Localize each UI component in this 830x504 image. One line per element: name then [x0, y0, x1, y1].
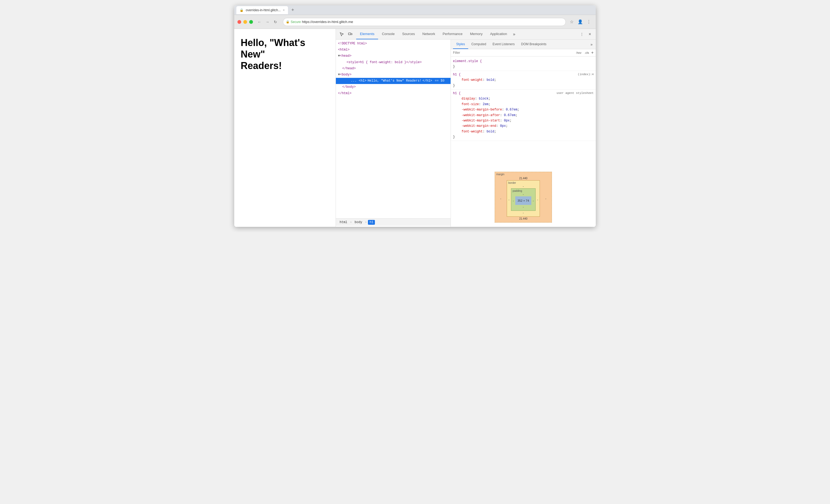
breadcrumb-separator: › — [365, 220, 367, 224]
devtools-panel: Elements Console Sources Network Perform… — [336, 29, 596, 227]
tab-title: overrides-in-html.glitch... — [246, 8, 281, 12]
h1-content: Hello, "What's New" Readers! — [368, 78, 421, 84]
box-model-diagram: margin 21.440 - border - - — [495, 172, 552, 223]
devtools-more-icon[interactable]: ⋮ — [578, 31, 585, 38]
doctype-tag: <!DOCTYPE html> — [338, 42, 367, 45]
minimize-button[interactable] — [243, 20, 247, 24]
dom-line[interactable]: ▼<head> — [336, 53, 451, 59]
html-open-tag: <html> — [338, 48, 350, 52]
filter-hov-button[interactable]: :hov — [575, 51, 582, 55]
dom-panel: <!DOCTYPE html> <html> ▼<head> <style>h1… — [336, 40, 451, 227]
dom-selected-line[interactable]: ... <h1>Hello, "What's New" Readers!</h1… — [336, 78, 451, 84]
css-rules: element.style { } h1 { (index):4 — [451, 57, 596, 167]
user-icon[interactable]: 👤 — [576, 18, 584, 26]
dom-line: <!DOCTYPE html> — [336, 41, 451, 47]
css-closing-line: } — [453, 134, 594, 139]
css-prop: font-size: 2em; — [453, 102, 490, 107]
css-prop: -webkit-margin-before: 0.67em; — [453, 107, 519, 113]
navigation-bar: ← → ↻ 🔒 Secure https://overrides-in-html… — [234, 15, 596, 29]
devtools-close-icon[interactable]: × — [586, 31, 594, 38]
url-display[interactable]: https://overrides-in-html.glitch.me — [302, 20, 563, 24]
css-prop: -webkit-margin-end: 0px; — [453, 123, 508, 129]
filter-cls-button[interactable]: .cls — [583, 51, 590, 55]
h1-agent-rule: h1 { user agent stylesheet display: bloc… — [451, 90, 596, 141]
add-style-rule-button[interactable]: + — [591, 50, 594, 55]
tab-application[interactable]: Application — [486, 29, 511, 39]
dom-line[interactable]: ▼<body> — [336, 72, 451, 78]
bookmark-icon[interactable]: ☆ — [568, 18, 575, 26]
browser-window: 🔒 overrides-in-html.glitch... × + ← → ↻ … — [234, 5, 596, 227]
h1-selector: h1 { — [453, 73, 461, 76]
tab-event-listeners[interactable]: Event Listeners — [489, 40, 518, 49]
new-tab-button[interactable]: + — [289, 6, 296, 14]
css-prop-name: font-weight — [457, 78, 483, 82]
dom-line[interactable]: </body> — [336, 84, 451, 90]
box-margin: margin 21.440 - border - - — [495, 172, 552, 223]
css-property-line: -webkit-margin-before: 0.67em; — [453, 107, 594, 113]
css-prop: font-weight: bold; — [453, 77, 496, 83]
tab-sources[interactable]: Sources — [398, 29, 419, 39]
breadcrumb-html[interactable]: html — [338, 220, 349, 225]
page-content: Hello, "What's New" Readers! — [234, 29, 336, 227]
tab-computed[interactable]: Computed — [468, 40, 489, 49]
close-button[interactable] — [237, 20, 241, 24]
device-toggle-icon[interactable] — [347, 31, 354, 38]
tab-elements[interactable]: Elements — [356, 29, 378, 39]
body-tag: <body> — [340, 73, 351, 76]
devtools-main: <!DOCTYPE html> <html> ▼<head> <style>h1… — [336, 40, 596, 227]
breadcrumb-body[interactable]: body — [353, 220, 364, 225]
menu-icon[interactable]: ⋮ — [585, 18, 593, 26]
margin-right-value: - — [540, 180, 552, 217]
h1-agent-selector: h1 { — [453, 92, 461, 95]
style-content: h1 { font-weight: bold } — [360, 60, 406, 64]
back-button[interactable]: ← — [256, 19, 263, 25]
devtools-tab-more[interactable]: » — [511, 29, 517, 39]
secure-icon: 🔒 — [286, 20, 290, 24]
browser-tab[interactable]: 🔒 overrides-in-html.glitch... × — [236, 6, 288, 14]
dom-line[interactable]: </head> — [336, 66, 451, 72]
devtools-icons — [338, 31, 354, 38]
padding-label: padding — [513, 189, 522, 192]
css-property-line: font-weight: bold; — [453, 77, 594, 83]
styles-filter-input[interactable] — [453, 51, 574, 55]
box-middle-row: - border - - — [495, 180, 552, 217]
css-property-line: -webkit-margin-end: 0px; — [453, 123, 594, 129]
forward-button[interactable]: → — [264, 19, 270, 25]
head-close-tag: </head> — [342, 67, 356, 70]
box-padding: padding - - 352 × 74 — [511, 188, 536, 211]
nav-buttons: ← → ↻ — [256, 19, 279, 25]
page-heading: Hello, "What's New" Readers! — [241, 37, 329, 72]
margin-left-value: - — [495, 180, 507, 217]
tab-network[interactable]: Network — [419, 29, 439, 39]
tab-dom-breakpoints[interactable]: DOM Breakpoints — [518, 40, 550, 49]
dom-line[interactable]: </html> — [336, 90, 451, 97]
tab-performance[interactable]: Performance — [439, 29, 466, 39]
css-prop: -webkit-margin-start: 0px; — [453, 118, 512, 123]
tab-console[interactable]: Console — [378, 29, 398, 39]
box-model-area: margin 21.440 - border - - — [451, 167, 596, 227]
css-property-line: -webkit-margin-after: 0.67em; — [453, 113, 594, 118]
css-prop-value: bold — [487, 78, 494, 82]
styles-tab-more[interactable]: » — [589, 40, 594, 49]
page-heading-line2: Readers! — [241, 60, 282, 71]
dom-line[interactable]: <style>h1 { font-weight: bold }</style> — [336, 59, 451, 66]
maximize-button[interactable] — [249, 20, 253, 24]
css-property-line: -webkit-margin-start: 0px; — [453, 118, 594, 123]
inspect-element-icon[interactable] — [338, 31, 346, 38]
tab-memory[interactable]: Memory — [466, 29, 486, 39]
border-middle-row: - padding - - — [507, 188, 540, 211]
css-property-line: display: block; — [453, 96, 594, 101]
dom-line[interactable]: <html> — [336, 47, 451, 53]
tab-styles[interactable]: Styles — [453, 40, 468, 49]
refresh-button[interactable]: ↻ — [272, 19, 279, 25]
address-bar[interactable]: 🔒 Secure https://overrides-in-html.glitc… — [283, 18, 566, 26]
padding-bottom-value: - — [511, 205, 535, 211]
dom-equals: == $0 — [435, 78, 444, 84]
browser-content: Hello, "What's New" Readers! — [234, 29, 596, 227]
css-selector-line: element.style { — [453, 59, 594, 64]
css-origin[interactable]: (index):4 — [578, 72, 594, 77]
breadcrumb-h1[interactable]: h1 — [368, 220, 375, 225]
tab-favicon: 🔒 — [240, 8, 244, 12]
h1-close-tag: </h1> — [422, 78, 432, 84]
tab-close-icon[interactable]: × — [283, 8, 285, 12]
